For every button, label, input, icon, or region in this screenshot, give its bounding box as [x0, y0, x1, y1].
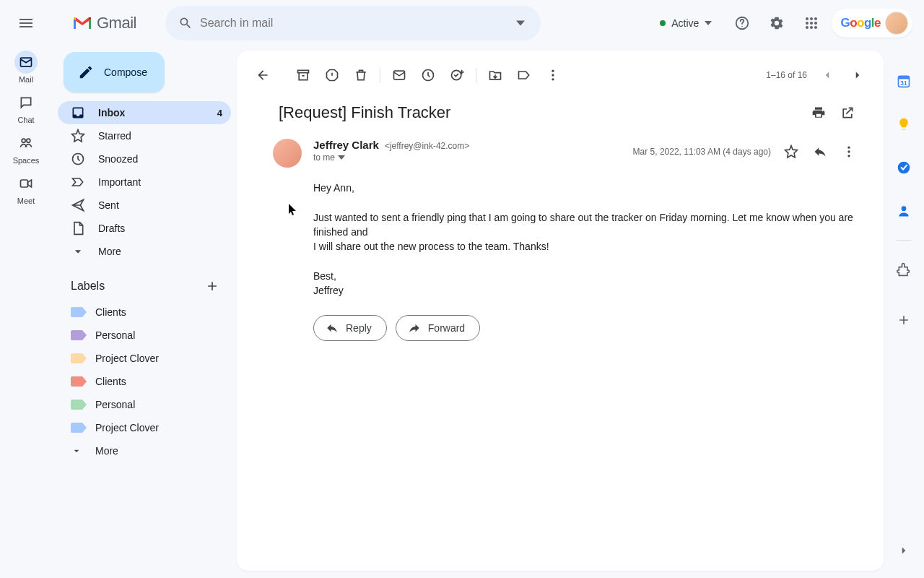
archive-button[interactable]: [289, 61, 318, 90]
archive-icon: [296, 68, 310, 82]
more-vert-icon: [546, 68, 560, 82]
svg-point-6: [814, 17, 817, 20]
sender-avatar[interactable]: [273, 139, 302, 168]
chevron-down-icon: [71, 244, 85, 259]
header: Gmail Active Google: [0, 0, 924, 46]
more-button[interactable]: [539, 61, 567, 90]
collapse-sidepanel-button[interactable]: [889, 536, 918, 565]
tasks-addon[interactable]: [889, 153, 918, 182]
contacts-addon[interactable]: [889, 197, 918, 225]
move-button[interactable]: [481, 61, 510, 90]
google-apps-button[interactable]: [797, 9, 826, 38]
more-vert-icon: [842, 144, 856, 159]
labels-button[interactable]: [510, 61, 539, 90]
sidebar-item-sent[interactable]: Sent: [58, 194, 231, 217]
message-more-button[interactable]: [836, 139, 862, 165]
newer-button[interactable]: [843, 61, 872, 90]
support-button[interactable]: [728, 9, 757, 38]
inbox-icon: [71, 105, 85, 120]
send-icon: [71, 198, 85, 212]
delete-button[interactable]: [346, 61, 375, 90]
label-name: Clients: [95, 376, 126, 387]
gmail-logo[interactable]: Gmail: [72, 14, 136, 33]
older-button[interactable]: [813, 61, 842, 90]
rail-label: Meet: [17, 197, 35, 205]
message-body: Hey Ann, Just wanted to sent a friendly …: [273, 168, 862, 298]
status-chip[interactable]: Active: [650, 9, 722, 38]
sidebar-item-snoozed[interactable]: Snoozed: [58, 147, 231, 171]
reply-label: Reply: [346, 322, 372, 334]
recipient-dropdown[interactable]: to me: [313, 152, 622, 163]
label-name: Clients: [95, 306, 126, 318]
message-date: Mar 5, 2022, 11:03 AM (4 days ago): [633, 147, 771, 157]
calendar-icon: 31: [897, 74, 911, 88]
caret-down-icon: [705, 21, 712, 25]
open-new-button[interactable]: [833, 98, 862, 127]
compose-button[interactable]: Compose: [64, 52, 165, 92]
mail-icon: [392, 68, 406, 82]
rail-item-spaces[interactable]: Spaces: [6, 131, 46, 165]
sidebar-item-more[interactable]: More: [58, 240, 231, 263]
addons-button[interactable]: [889, 255, 918, 284]
sidebar-item-starred[interactable]: Starred: [58, 124, 231, 147]
labels-more[interactable]: More: [52, 439, 237, 462]
search-bar[interactable]: [165, 6, 541, 40]
forward-button[interactable]: Forward: [396, 315, 480, 341]
label-item[interactable]: Project Clover: [52, 347, 237, 370]
message: Jeffrey Clark <jeffrey@ink-42.com> to me…: [244, 130, 876, 341]
keep-addon[interactable]: [889, 110, 918, 139]
chevron-right-icon: [851, 69, 864, 82]
star-icon: [784, 144, 798, 159]
add-task-button[interactable]: [443, 61, 471, 90]
account-chip[interactable]: Google: [832, 9, 912, 38]
forward-label: Forward: [428, 322, 465, 334]
add-label-button[interactable]: [202, 276, 222, 296]
sidebar-item-drafts[interactable]: Drafts: [58, 217, 231, 240]
calendar-addon[interactable]: 31: [889, 66, 918, 95]
search-icon: [178, 16, 193, 30]
print-button[interactable]: [804, 98, 833, 127]
sidebar-item-label: Snoozed: [98, 153, 138, 165]
search-input[interactable]: [200, 17, 506, 30]
search-options-button[interactable]: [506, 9, 535, 38]
star-button[interactable]: [778, 139, 804, 165]
labels-more-label: More: [95, 445, 118, 457]
label-item[interactable]: Personal: [52, 324, 237, 347]
reply-icon-button[interactable]: [807, 139, 833, 165]
gear-icon: [769, 15, 785, 31]
plus-icon: [897, 313, 911, 327]
rail-item-meet[interactable]: Meet: [6, 172, 46, 205]
label-item[interactable]: Clients: [52, 301, 237, 324]
trash-icon: [354, 68, 368, 82]
pencil-icon: [78, 64, 94, 80]
label-item[interactable]: Personal: [52, 393, 237, 416]
label-item[interactable]: Clients: [52, 370, 237, 393]
search-button[interactable]: [171, 9, 200, 38]
sidebar: Compose Inbox 4 Starred Snoozed Importan…: [52, 46, 237, 578]
snooze-button[interactable]: [414, 61, 443, 90]
reply-button[interactable]: Reply: [313, 315, 387, 341]
sidebar-item-inbox[interactable]: Inbox 4: [58, 101, 231, 124]
spam-button[interactable]: [318, 61, 346, 90]
get-addons-button[interactable]: [889, 306, 918, 335]
mark-unread-button[interactable]: [385, 61, 414, 90]
svg-point-5: [810, 17, 813, 20]
back-button[interactable]: [248, 61, 277, 90]
rail-item-chat[interactable]: Chat: [6, 91, 46, 124]
svg-point-4: [806, 17, 808, 20]
addon-icon: [897, 262, 911, 277]
caret-down-icon: [338, 155, 345, 160]
settings-button[interactable]: [762, 9, 791, 38]
main-menu-button[interactable]: [9, 6, 43, 40]
label-tag-icon: [71, 307, 82, 317]
label-tag-icon: [71, 376, 82, 387]
status-label: Active: [671, 17, 699, 29]
add-task-icon: [450, 68, 464, 82]
sidebar-item-important[interactable]: Important: [58, 171, 231, 194]
svg-rect-15: [21, 180, 28, 187]
rail-item-mail[interactable]: Mail: [6, 51, 46, 84]
star-icon: [71, 129, 85, 143]
email-subject: [Request] Finish Tracker: [279, 103, 804, 122]
chat-icon: [19, 95, 33, 110]
label-item[interactable]: Project Clover: [52, 416, 237, 439]
